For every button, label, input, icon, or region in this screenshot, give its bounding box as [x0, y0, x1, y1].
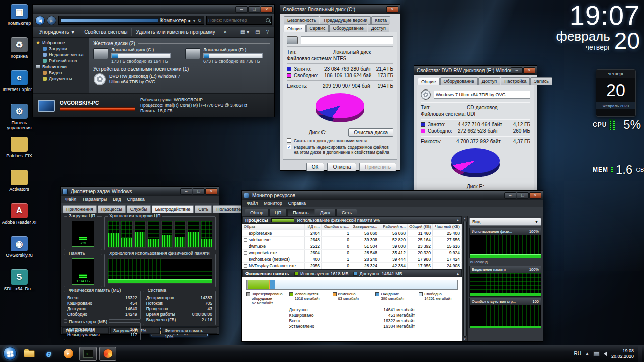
sidebar-favorite-item[interactable]: Рабочий стол	[33, 58, 89, 64]
desktop-icon[interactable]: S SDL_x64_Dri...	[1, 267, 37, 301]
menu-item[interactable]: Вид	[110, 197, 123, 202]
desktop-icon[interactable]: ◉ OVGorskiy.ru	[1, 234, 37, 267]
tab-overview[interactable]: Обзор	[245, 209, 269, 216]
tab-network[interactable]: Сеть	[336, 209, 357, 216]
minimize-button[interactable]: –	[511, 67, 523, 74]
explorer-titlebar[interactable]: – □ ×	[33, 5, 274, 14]
sidebar-favorite-item[interactable]: Загрузки	[33, 46, 89, 52]
process-checkbox[interactable]	[244, 258, 247, 261]
refresh-icon[interactable]: ↻	[198, 18, 202, 23]
compress-checkbox[interactable]	[287, 138, 291, 143]
address-dropdown-icon[interactable]: ▾	[193, 18, 196, 23]
view-dropdown[interactable]: Вид▼	[469, 218, 541, 226]
collapse-icon[interactable]: ▴	[457, 218, 459, 222]
desktop-icon[interactable]: A Adobe Reader XI	[1, 201, 37, 234]
tab-processes[interactable]: Процессы	[98, 205, 126, 213]
cancel-button[interactable]: Отмена	[327, 163, 356, 171]
address-bar[interactable]: Компьютер ▸ ▾ ↻	[58, 16, 204, 25]
tab-quota[interactable]: Квота	[371, 16, 390, 24]
tray-clock[interactable]: 19:08 20.02.2020	[611, 348, 634, 359]
libraries-header[interactable]: Библиотеки	[33, 64, 89, 70]
sidebar-library-item[interactable]: Документы	[33, 76, 89, 82]
uninstall-program-button[interactable]: Удалить или изменить программу	[133, 28, 219, 36]
process-row[interactable]: svchost.exe (netsvcs) 400 1 28 240 39 44…	[242, 256, 462, 263]
calendar-gadget[interactable]: четверг 20 Февраль 2020	[596, 69, 636, 117]
process-checkbox[interactable]	[244, 264, 247, 268]
maximize-button[interactable]: □	[193, 188, 205, 195]
tab-hardware[interactable]: Оборудование	[440, 77, 478, 85]
compress-checkbox-row[interactable]: Сжать этот диск для экономии места	[287, 138, 393, 143]
taskbar-media-player-icon[interactable]: ▸	[60, 347, 77, 361]
group-header-removable[interactable]: Устройства со съемными носителями (1)	[93, 66, 270, 72]
taskbar-browser-icon[interactable]	[99, 347, 116, 361]
forward-button[interactable]: ▶	[47, 16, 56, 25]
tab-sharing[interactable]: Доступ	[478, 77, 500, 85]
desktop-icon[interactable]: Activators	[1, 168, 37, 201]
clock-gadget[interactable]: 19:07 февраль четверг 20	[514, 1, 640, 52]
close-button[interactable]: ×	[386, 6, 398, 13]
tab-memory[interactable]: Память	[287, 209, 314, 216]
disk-cleanup-button[interactable]: Очистка диска	[348, 128, 393, 137]
drive-item[interactable]: Локальный диск (C:) 173 ГБ свободно из 1…	[93, 47, 178, 64]
favorites-header[interactable]: ★ Избранное	[33, 39, 89, 46]
breadcrumb[interactable]: Компьютер	[160, 18, 187, 23]
tab-previous-versions[interactable]: Предыдущие версии	[320, 16, 371, 24]
tab-applications[interactable]: Приложения	[63, 205, 97, 213]
scroll-down-icon[interactable]: ▼	[463, 338, 466, 341]
back-button[interactable]: ◀	[35, 16, 45, 25]
process-checkbox[interactable]	[244, 251, 247, 255]
scrollbar-thumb[interactable]	[463, 221, 467, 337]
vertical-scrollbar[interactable]: ▲ ▼	[462, 216, 467, 341]
drive-item[interactable]: Локальный диск (D:) 673 ГБ свободно из 7…	[185, 47, 270, 64]
sidebar-favorite-item[interactable]: Недавние места	[33, 52, 89, 58]
network-icon[interactable]	[593, 351, 600, 356]
process-row[interactable]: explorer.exe 2404 1 56 860 56 868 31 460…	[242, 230, 462, 237]
minimize-button[interactable]: –	[235, 6, 248, 13]
apply-button[interactable]: Применить	[359, 163, 396, 171]
close-button[interactable]: ×	[261, 6, 273, 13]
close-button[interactable]: ×	[205, 188, 217, 195]
minimize-button[interactable]: –	[180, 188, 192, 195]
processes-section-header[interactable]: Процессы Использование физической памяти…	[242, 216, 462, 224]
tab-general[interactable]: Общие	[418, 78, 440, 85]
desktop-icon[interactable]: Patches_FIX	[1, 135, 37, 168]
taskbar-explorer-icon[interactable]	[21, 347, 38, 361]
menu-item[interactable]: Файл	[63, 197, 79, 202]
menu-item[interactable]: Справка	[286, 201, 308, 206]
tab-general[interactable]: Общие	[284, 25, 306, 32]
process-table-header[interactable]: Образ ИД п... Ошибок отс... Завершено...…	[242, 224, 462, 230]
help-icon[interactable]: ?	[263, 29, 271, 35]
volume-label-field[interactable]	[434, 90, 530, 99]
maximize-button[interactable]: □	[517, 192, 529, 199]
tab-disk[interactable]: Диск	[315, 209, 336, 216]
tab-performance[interactable]: Быстродействие	[152, 205, 194, 213]
dvd-drive-item[interactable]: DVD RW дисковод (E:) Windows 7 Ultim x64…	[93, 73, 270, 86]
process-checkbox[interactable]	[244, 238, 247, 242]
process-checkbox[interactable]	[244, 232, 247, 235]
volume-label-field[interactable]	[301, 36, 393, 44]
tab-tools[interactable]: Сервис	[306, 24, 329, 32]
language-indicator[interactable]: RU	[574, 351, 581, 356]
hidden-icons-button[interactable]: ▲	[585, 351, 589, 356]
tab-customize[interactable]: Настройка	[501, 77, 530, 85]
tab-sharing[interactable]: Доступ	[368, 24, 389, 32]
process-row[interactable]: sidebar.exe 2648 0 39 308 52 820 25 164 …	[242, 237, 462, 243]
taskbar-ie-icon[interactable]: e	[40, 347, 57, 361]
resource-monitor-titlebar[interactable]: Монитор ресурсов – □ ×	[242, 191, 543, 200]
process-row[interactable]: dwm.exe 2512 0 51 504 39 008 23 392 15 6…	[242, 243, 462, 250]
close-button[interactable]: ×	[529, 192, 541, 199]
process-row[interactable]: NVDisplay.Container.exe 2056 0 28 324 42…	[242, 263, 462, 269]
task-manager-titlebar[interactable]: Диспетчер задач Windows – □ ×	[61, 187, 219, 196]
search-box[interactable]	[206, 16, 272, 25]
views-icon[interactable]: ▦ ▾	[238, 29, 252, 35]
system-properties-button[interactable]: Свойства системы	[80, 28, 131, 36]
tab-cpu[interactable]: ЦП	[269, 209, 287, 216]
maximize-button[interactable]: □	[248, 6, 260, 13]
tab-security[interactable]: Безопасность	[284, 16, 319, 24]
properties-e-titlebar[interactable]: Свойства: DVD RW дисковод (E:) Windows 7…	[414, 66, 537, 75]
tab-hardware[interactable]: Оборудование	[329, 24, 367, 32]
scroll-up-icon[interactable]: ▲	[463, 217, 466, 220]
show-desktop-button[interactable]	[638, 345, 642, 362]
process-row[interactable]: wmpnetwk.exe 2604 0 28 548 35 412 20 320…	[242, 250, 462, 256]
close-button[interactable]: ×	[523, 67, 535, 74]
